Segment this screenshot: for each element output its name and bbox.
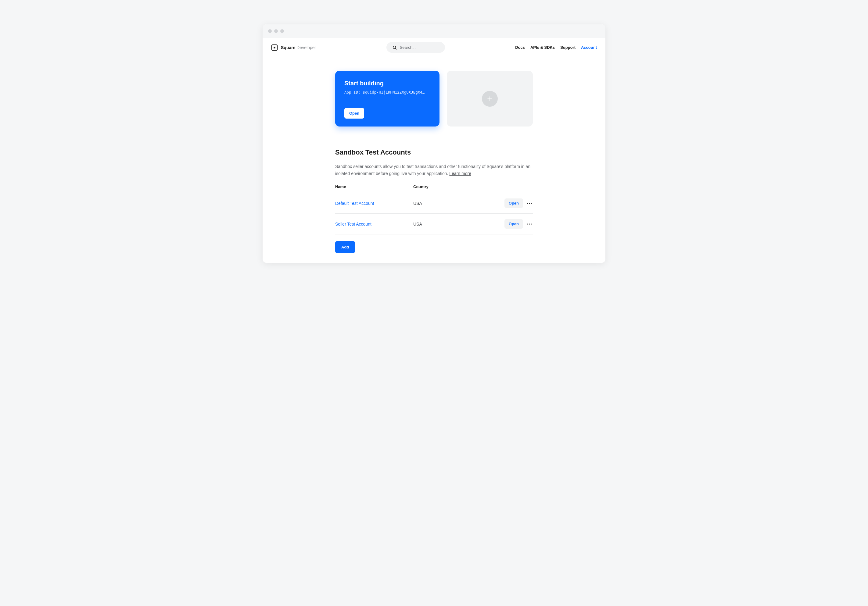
svg-point-6	[527, 203, 528, 204]
svg-point-8	[531, 203, 532, 204]
svg-point-7	[529, 203, 530, 204]
accounts-table-header: Name Country	[335, 184, 533, 193]
plus-icon	[487, 96, 493, 102]
main-content: Start building App ID: sq0idp-HIjLKHN12Z…	[263, 57, 605, 263]
sandbox-description-text: Sandbox seller accounts allow you to tes…	[335, 164, 530, 176]
app-card-id: App ID: sq0idp-HIjLKHN12ZXgUXJBgX4…	[344, 90, 430, 94]
create-app-button[interactable]	[482, 91, 498, 107]
nav-apis[interactable]: APIs & SDKs	[530, 45, 555, 50]
svg-rect-1	[274, 46, 275, 48]
sandbox-section-title: Sandbox Test Accounts	[335, 148, 533, 156]
open-account-button[interactable]: Open	[504, 219, 523, 229]
window-title-bar	[263, 25, 605, 38]
square-logo-icon	[271, 44, 278, 51]
svg-point-10	[529, 223, 530, 224]
more-options-button[interactable]	[526, 203, 533, 204]
table-row: Seller Test Account USA Open	[335, 214, 533, 234]
window-control-maximize[interactable]	[280, 29, 284, 33]
window-control-minimize[interactable]	[274, 29, 278, 33]
search-container[interactable]	[386, 42, 445, 53]
search-input[interactable]	[400, 45, 439, 50]
col-header-country: Country	[413, 184, 496, 189]
dots-horizontal-icon	[527, 223, 532, 225]
nav-account[interactable]: Account	[581, 45, 597, 50]
accounts-table: Name Country Default Test Account USA Op…	[335, 184, 533, 234]
nav-support[interactable]: Support	[560, 45, 575, 50]
app-card-title: Start building	[344, 80, 430, 87]
open-app-button[interactable]: Open	[344, 108, 364, 119]
col-header-actions	[496, 184, 533, 189]
brand-text: Square Developer	[281, 45, 316, 50]
table-row: Default Test Account USA Open	[335, 193, 533, 214]
dots-horizontal-icon	[527, 203, 532, 204]
search-icon	[392, 45, 397, 50]
add-account-button[interactable]: Add	[335, 241, 355, 253]
window-control-close[interactable]	[268, 29, 272, 33]
svg-point-9	[527, 223, 528, 224]
account-country: USA	[413, 222, 496, 226]
brand[interactable]: Square Developer	[271, 44, 316, 51]
nav-links: Docs APIs & SDKs Support Account	[515, 45, 597, 50]
top-nav: Square Developer Docs APIs & SDKs Suppor…	[263, 38, 605, 57]
app-window: Square Developer Docs APIs & SDKs Suppor…	[263, 25, 605, 263]
account-name-link[interactable]: Seller Test Account	[335, 222, 413, 226]
svg-point-11	[531, 223, 532, 224]
account-country: USA	[413, 201, 496, 206]
app-card: Start building App ID: sq0idp-HIjLKHN12Z…	[335, 71, 440, 127]
create-app-card[interactable]	[447, 71, 533, 127]
sandbox-section-desc: Sandbox seller accounts allow you to tes…	[335, 163, 533, 177]
content-inner: Start building App ID: sq0idp-HIjLKHN12Z…	[335, 71, 533, 253]
open-account-button[interactable]: Open	[504, 198, 523, 208]
account-name-link[interactable]: Default Test Account	[335, 201, 413, 206]
learn-more-link[interactable]: Learn more	[449, 171, 471, 176]
col-header-name: Name	[335, 184, 413, 189]
nav-docs[interactable]: Docs	[515, 45, 525, 50]
svg-line-3	[395, 48, 396, 49]
more-options-button[interactable]	[526, 223, 533, 225]
app-cards-row: Start building App ID: sq0idp-HIjLKHN12Z…	[335, 71, 533, 127]
